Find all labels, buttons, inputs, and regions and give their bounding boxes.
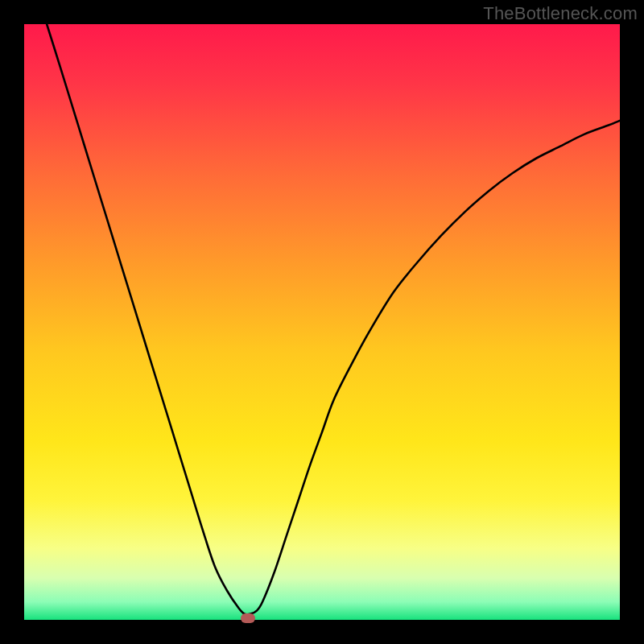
chart-frame: TheBottleneck.com	[0, 0, 644, 644]
gradient-background	[24, 24, 620, 620]
optimum-marker	[241, 613, 255, 623]
plot-area	[24, 24, 620, 620]
watermark-text: TheBottleneck.com	[483, 3, 638, 24]
